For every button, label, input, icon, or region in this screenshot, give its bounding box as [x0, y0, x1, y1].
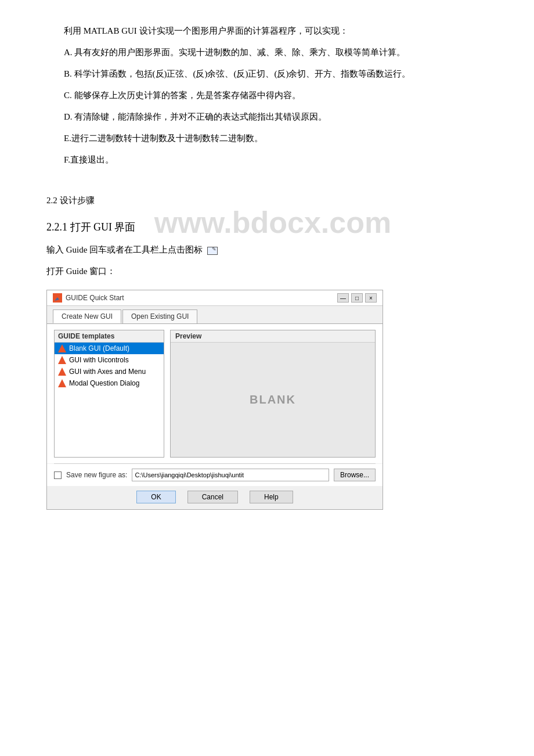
paragraph-b-text: B. 科学计算函数，包括(反)正弦、(反)余弦、(反)正切、(反)余切、开方、指…: [64, 69, 410, 78]
browse-button[interactable]: Browse...: [334, 469, 376, 481]
open-guide-line: 打开 Guide 窗口：: [46, 264, 499, 279]
help-button[interactable]: Help: [250, 491, 293, 503]
watermark: www.bdocx.com: [154, 205, 391, 240]
restore-button[interactable]: □: [351, 293, 363, 303]
close-button[interactable]: ×: [365, 293, 377, 303]
dialog-tabs: Create New GUI Open Existing GUI: [47, 306, 383, 324]
paragraph-c: C. 能够保存上次历史计算的答案，先是答案存储器中得内容。: [46, 88, 499, 103]
preview-panel: Preview BLANK: [170, 330, 376, 458]
preview-content: BLANK: [171, 343, 375, 457]
ok-button[interactable]: OK: [136, 491, 175, 503]
dialog-title: GUIDE Quick Start: [66, 294, 124, 302]
save-checkbox[interactable]: [54, 471, 62, 479]
preview-header: Preview: [171, 330, 375, 343]
tab-open-existing-gui[interactable]: Open Existing GUI: [122, 309, 197, 323]
blank-gui-icon: [58, 344, 66, 352]
paragraph-d-text: D. 有清除键，能清除操作，并对不正确的表达式能指出其错误原因。: [64, 112, 327, 121]
paragraph-a-text: A. 具有友好的用户图形界面。实现十进制数的加、减、乘、除、乘方、取模等简单计算…: [64, 48, 405, 57]
paragraph-f-text: F.直接退出。: [64, 155, 114, 164]
uicontrols-gui-icon: [58, 356, 66, 364]
paragraph-f: F.直接退出。: [46, 152, 499, 168]
template-item-blank[interactable]: Blank GUI (Default): [55, 343, 164, 354]
section-2-2: 2.2 设计步骤: [46, 195, 499, 206]
guide-dialog: GUIDE Quick Start — □ × Create New GUI O…: [46, 290, 383, 510]
axes-gui-icon: [58, 368, 66, 376]
input-guide-line: 输入 Guide 回车或者在工具栏上点击图标: [46, 242, 499, 258]
paragraph-a: A. 具有友好的用户图形界面。实现十进制数的加、减、乘、除、乘方、取模等简单计算…: [46, 45, 499, 60]
toolbar-icon: [207, 247, 218, 255]
guide-templates-panel: GUIDE templates Blank GUI (Default) GUI …: [54, 330, 164, 458]
tab-create-new-gui[interactable]: Create New GUI: [53, 309, 121, 323]
template-item-axes[interactable]: GUI with Axes and Menu: [55, 366, 164, 377]
template-item-uicontrols[interactable]: GUI with Uicontrols: [55, 354, 164, 366]
save-row: Save new figure as: Browse...: [47, 464, 383, 486]
paragraph-e-text: E.进行二进制数转十进制数及十进制数转二进制数。: [64, 134, 263, 143]
paragraph-1-text: 利用 MATLAB GUI 设计实现一个图形用户界面的计算器程序，可以实现：: [64, 26, 348, 35]
action-row: OK Cancel Help: [47, 486, 383, 509]
paragraph-d: D. 有清除键，能清除操作，并对不正确的表达式能指出其错误原因。: [46, 109, 499, 125]
paragraph-e: E.进行二进制数转十进制数及十进制数转二进制数。: [46, 131, 499, 146]
input-guide-text: 输入 Guide 回车或者在工具栏上点击图标: [46, 245, 203, 254]
modal-gui-icon: [58, 379, 66, 387]
paragraph-1: 利用 MATLAB GUI 设计实现一个图形用户界面的计算器程序，可以实现：: [46, 23, 499, 39]
dialog-body: GUIDE templates Blank GUI (Default) GUI …: [47, 324, 383, 463]
section-2-2-1: 2.2.1 打开 GUI 界面 www.bdocx.com: [46, 220, 499, 234]
templates-header: GUIDE templates: [55, 330, 164, 343]
minimize-button[interactable]: —: [337, 293, 349, 303]
save-label: Save new figure as:: [66, 471, 127, 479]
dialog-titlebar-controls: — □ ×: [337, 293, 377, 303]
dialog-titlebar: GUIDE Quick Start — □ ×: [47, 290, 383, 306]
save-path-input[interactable]: [132, 469, 329, 481]
paragraph-b: B. 科学计算函数，包括(反)正弦、(反)余弦、(反)正切、(反)余切、开方、指…: [46, 66, 499, 82]
section-2-2-1-wrapper: 2.2.1 打开 GUI 界面 www.bdocx.com: [46, 208, 499, 236]
cancel-button[interactable]: Cancel: [187, 491, 238, 503]
open-guide-text: 打开 Guide 窗口：: [46, 267, 116, 276]
paragraph-c-text: C. 能够保存上次历史计算的答案，先是答案存储器中得内容。: [64, 91, 301, 100]
dialog-titlebar-left: GUIDE Quick Start: [53, 293, 124, 303]
template-item-modal[interactable]: Modal Question Dialog: [55, 377, 164, 389]
matlab-icon: [53, 293, 62, 303]
